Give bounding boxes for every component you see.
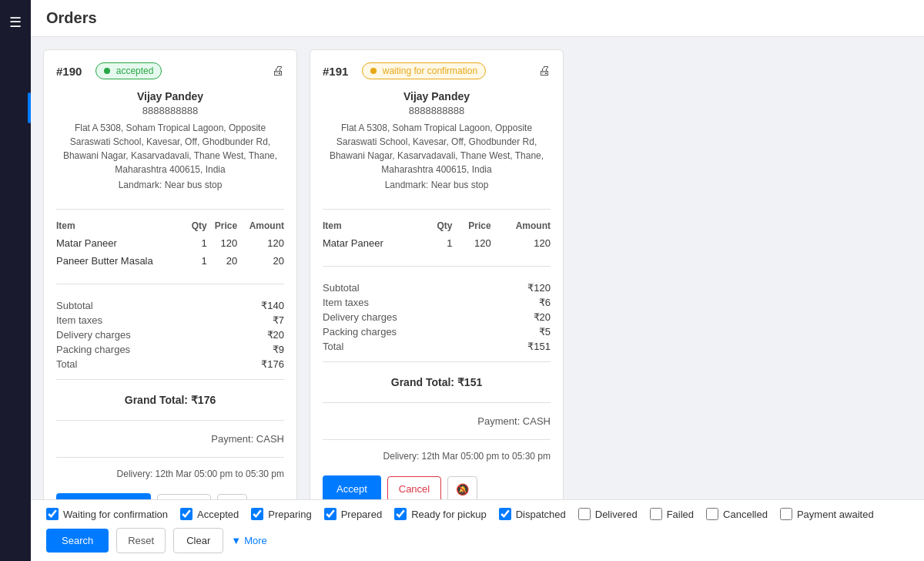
item-qty: 1 — [426, 234, 452, 252]
divider-2b — [323, 266, 551, 267]
filter-ready-pickup-label: Ready for pickup — [411, 509, 487, 520]
status-dot-190 — [104, 68, 110, 74]
filter-payment-awaited-label: Payment awaited — [797, 509, 874, 520]
customer-name-190: Vijay Pandey — [56, 90, 284, 102]
divider-1c — [56, 379, 284, 380]
col-item: Item — [56, 217, 186, 234]
customer-info-190: Vijay Pandey 8888888888 Flat A 5308, Soh… — [56, 90, 284, 190]
table-row: Matar Paneer 1 120 120 — [323, 234, 551, 252]
col-qty: Qty — [186, 217, 207, 234]
customer-address-190: Flat A 5308, Soham Tropical Lagoon, Oppo… — [56, 121, 284, 176]
filter-cancelled[interactable]: Cancelled — [706, 508, 768, 520]
filter-waiting[interactable]: Waiting for confirmation — [46, 508, 168, 520]
items-table-190: Item Qty Price Amount Matar Paneer 1 120… — [56, 217, 284, 270]
subtotal-row-2: Subtotal ₹120 — [323, 280, 551, 295]
filter-waiting-checkbox[interactable] — [46, 508, 59, 520]
divider-1d — [56, 420, 284, 421]
active-indicator — [28, 92, 31, 123]
filter-ready-pickup-checkbox[interactable] — [394, 508, 407, 520]
items-table-191: Item Qty Price Amount Matar Paneer 1 120… — [323, 217, 551, 252]
divider-2a — [323, 209, 551, 210]
grand-total-190: Grand Total: ₹176 — [56, 388, 284, 412]
reset-button[interactable]: Reset — [116, 528, 166, 553]
item-qty: 1 — [186, 252, 207, 270]
orders-area: #190 accepted 🖨 Vijay Pandey 8888888888 … — [31, 37, 924, 499]
divider-1e — [56, 457, 284, 458]
print-icon-191[interactable]: 🖨 — [538, 64, 551, 78]
divider-2c — [323, 361, 551, 362]
filter-payment-awaited-checkbox[interactable] — [780, 508, 792, 520]
order-id-group-190: #190 accepted — [56, 62, 162, 79]
col-item-2: Item — [323, 217, 426, 234]
status-badge-191: waiting for confirmation — [362, 62, 486, 79]
payment-info-191: Payment: CASH — [323, 411, 551, 432]
item-amount: 120 — [237, 234, 284, 252]
delivery-row: Delivery charges ₹20 — [56, 328, 284, 342]
filter-prepared-label: Prepared — [341, 509, 382, 520]
accept-button[interactable]: Accept — [323, 475, 381, 499]
taxes-row-2: Item taxes ₹6 — [323, 295, 551, 310]
total-row: Total ₹176 — [56, 357, 284, 371]
packing-row: Packing charges ₹9 — [56, 342, 284, 357]
filter-payment-awaited[interactable]: Payment awaited — [780, 508, 874, 520]
divider-2d — [323, 402, 551, 403]
more-button[interactable]: ▼ More — [231, 535, 267, 546]
cancel-button[interactable]: Cancel — [387, 476, 441, 499]
item-name: Matar Paneer — [56, 234, 186, 252]
delivery-info-190: Delivery: 12th Mar 05:00 pm to 05:30 pm — [56, 465, 284, 482]
status-dot-191 — [370, 68, 377, 74]
order-id-191: #191 — [323, 65, 348, 78]
filter-accepted-label: Accepted — [197, 509, 239, 520]
item-price: 120 — [207, 234, 237, 252]
order-header-190: #190 accepted 🖨 — [56, 62, 284, 79]
item-qty: 1 — [186, 234, 207, 252]
filter-failed-checkbox[interactable] — [650, 508, 662, 520]
filter-delivered-label: Delivered — [595, 509, 638, 520]
col-amount: Amount — [237, 217, 284, 234]
action-row: Search Reset Clear ▼ More — [46, 528, 909, 553]
subtotal-row: Subtotal ₹140 — [56, 298, 284, 313]
search-button[interactable]: Search — [46, 529, 109, 553]
sidebar: ☰ — [0, 0, 31, 561]
customer-landmark-191: Landmark: Near bus stop — [323, 180, 551, 190]
filter-dispatched-checkbox[interactable] — [499, 508, 511, 520]
col-price-2: Price — [453, 217, 491, 234]
taxes-row: Item taxes ₹7 — [56, 313, 284, 328]
action-buttons-191: Accept Cancel 🔕 — [323, 475, 551, 499]
filter-delivered-checkbox[interactable] — [578, 508, 591, 520]
customer-phone-191: 8888888888 — [323, 105, 551, 116]
table-row: Paneer Butter Masala 1 20 20 — [56, 252, 284, 270]
col-qty-2: Qty — [426, 217, 452, 234]
edit-button[interactable]: ✏ Edit — [157, 494, 210, 499]
print-icon-190[interactable]: 🖨 — [272, 64, 284, 78]
divider-1b — [56, 284, 284, 284]
customer-landmark-190: Landmark: Near bus stop — [56, 180, 284, 190]
filter-prepared-checkbox[interactable] — [324, 508, 336, 520]
mute-button-191[interactable]: 🔕 — [447, 476, 477, 500]
filter-ready-pickup[interactable]: Ready for pickup — [394, 508, 487, 520]
item-name: Matar Paneer — [323, 234, 426, 252]
filter-cancelled-checkbox[interactable] — [706, 508, 718, 520]
filter-preparing-label: Preparing — [268, 509, 311, 520]
filter-preparing-checkbox[interactable] — [251, 508, 263, 520]
filter-dispatched[interactable]: Dispatched — [499, 508, 566, 520]
start-preparing-button[interactable]: Start Preparing — [56, 493, 151, 499]
mute-button-190[interactable]: 🔔 — [217, 494, 247, 500]
filter-failed[interactable]: Failed — [650, 508, 694, 520]
filter-prepared[interactable]: Prepared — [324, 508, 382, 520]
totals-191: Subtotal ₹120 Item taxes ₹6 Delivery cha… — [323, 280, 551, 354]
packing-row-2: Packing charges ₹5 — [323, 324, 551, 339]
clear-button[interactable]: Clear — [173, 528, 223, 553]
status-badge-190: accepted — [95, 62, 162, 79]
filter-waiting-label: Waiting for confirmation — [63, 509, 168, 520]
order-header-191: #191 waiting for confirmation 🖨 — [323, 62, 551, 79]
order-card-191: #191 waiting for confirmation 🖨 Vijay Pa… — [310, 49, 564, 499]
menu-icon[interactable]: ☰ — [3, 8, 28, 37]
filter-accepted-checkbox[interactable] — [180, 508, 192, 520]
filter-delivered[interactable]: Delivered — [578, 508, 638, 520]
filter-preparing[interactable]: Preparing — [251, 508, 311, 520]
item-price: 20 — [207, 252, 237, 270]
divider-1a — [56, 209, 284, 210]
item-price: 120 — [453, 234, 491, 252]
filter-accepted[interactable]: Accepted — [180, 508, 239, 520]
